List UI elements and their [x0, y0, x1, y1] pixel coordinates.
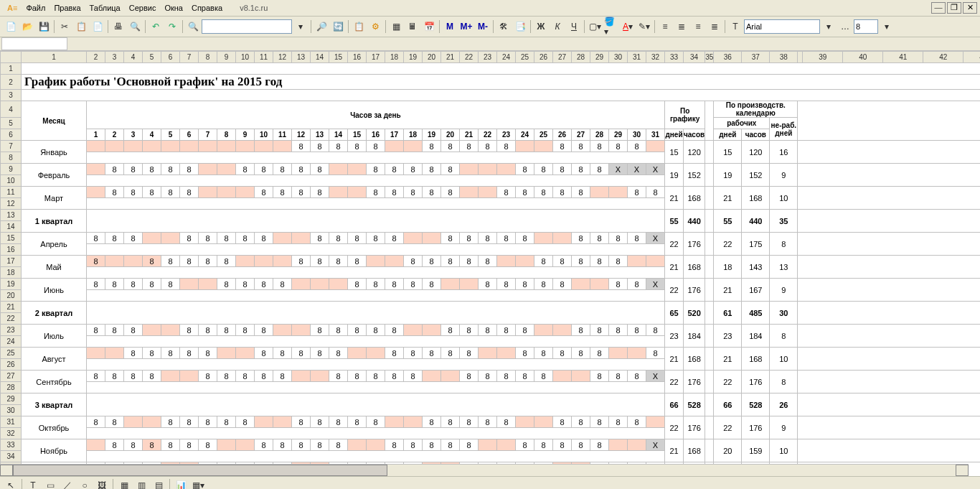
day-cell[interactable]: 8	[292, 348, 311, 359]
day-cell-off[interactable]: 8	[87, 256, 105, 267]
day-cell-off[interactable]	[590, 279, 609, 290]
day-cell[interactable]: 8	[404, 279, 423, 290]
day-cell-off[interactable]	[628, 348, 646, 359]
day-cell[interactable]: 8	[609, 233, 628, 244]
day-cell-na[interactable]: X	[646, 371, 665, 382]
row-header[interactable]: 27	[1, 371, 22, 382]
day-cell[interactable]: 8	[628, 233, 646, 244]
col-header[interactable]: 18	[385, 52, 404, 63]
day-cell[interactable]: 8	[516, 279, 534, 290]
day-cell[interactable]: 8	[441, 233, 460, 244]
day-cell[interactable]: 8	[348, 233, 367, 244]
find-next-icon[interactable]: 🔎	[314, 19, 329, 34]
day-cell[interactable]: 8	[87, 233, 105, 244]
day-cell[interactable]: 8	[423, 279, 441, 290]
day-cell[interactable]: 8	[572, 348, 590, 359]
menu-windows[interactable]: Окна	[160, 4, 187, 12]
copy-icon[interactable]: 📋	[73, 19, 89, 34]
day-cell[interactable]: 8	[124, 439, 143, 451]
day-cell[interactable]: 8	[255, 187, 273, 198]
day-cell[interactable]: 8	[516, 371, 534, 382]
day-cell-off[interactable]	[609, 439, 628, 451]
row-header[interactable]: 10	[1, 175, 22, 187]
day-cell[interactable]: 8	[255, 164, 273, 175]
day-cell[interactable]: 8	[628, 325, 646, 336]
day-cell[interactable]: 8	[311, 141, 329, 152]
day-cell[interactable]: 8	[180, 256, 199, 267]
day-cell[interactable]: 8	[311, 256, 329, 267]
day-cell-off[interactable]	[292, 371, 311, 382]
day-cell-off[interactable]	[460, 187, 479, 198]
day-cell[interactable]: 8	[348, 279, 367, 290]
col-header[interactable]: 24	[497, 52, 516, 63]
day-cell-off[interactable]	[534, 416, 553, 428]
day-cell[interactable]: 8	[124, 279, 143, 290]
maximize-button[interactable]: ❐	[947, 2, 961, 14]
day-cell-off[interactable]	[161, 141, 180, 152]
font-name-input[interactable]	[744, 19, 820, 34]
url-label[interactable]: v8.1c.ru	[235, 4, 272, 12]
day-cell[interactable]: 8	[385, 348, 404, 359]
find-icon[interactable]: 🔍	[185, 19, 201, 34]
day-cell-off[interactable]	[329, 164, 348, 175]
col-header[interactable]: 26	[534, 52, 553, 63]
day-cell[interactable]: 8	[124, 371, 143, 382]
day-cell[interactable]: 8	[348, 371, 367, 382]
minimize-button[interactable]: —	[931, 2, 946, 14]
day-cell-na[interactable]: X	[646, 164, 665, 175]
day-cell-off[interactable]	[105, 141, 124, 152]
row-header[interactable]: 26	[1, 359, 22, 371]
day-cell-off[interactable]	[497, 439, 516, 451]
italic-icon[interactable]: К	[550, 19, 565, 34]
col-header[interactable]: 40	[843, 52, 883, 63]
day-cell[interactable]: 8	[423, 416, 441, 428]
day-cell[interactable]: 8	[105, 439, 124, 451]
col-header[interactable]: 43	[963, 52, 980, 63]
day-cell[interactable]: 8	[479, 416, 497, 428]
day-cell[interactable]: 8	[423, 187, 441, 198]
day-cell-off[interactable]	[143, 416, 161, 428]
day-cell[interactable]: 8	[255, 348, 273, 359]
day-cell[interactable]: 8	[217, 256, 236, 267]
day-cell[interactable]: 8	[180, 325, 199, 336]
day-cell[interactable]: 8	[217, 416, 236, 428]
col-header[interactable]: 5	[143, 52, 161, 63]
day-cell[interactable]: 8	[404, 256, 423, 267]
day-cell[interactable]: 8	[292, 439, 311, 451]
day-cell[interactable]: 8	[423, 439, 441, 451]
underline-icon[interactable]: Ч	[566, 19, 582, 34]
day-cell[interactable]: 8	[236, 279, 255, 290]
clipboard-icon[interactable]: 📋	[351, 19, 367, 34]
day-cell-off[interactable]: 8	[143, 439, 161, 451]
day-cell[interactable]: 8	[516, 164, 534, 175]
day-cell-off[interactable]	[199, 187, 217, 198]
size-dropdown-icon[interactable]: ▾	[879, 19, 895, 34]
bold-icon[interactable]: Ж	[533, 19, 549, 34]
day-cell-off[interactable]	[646, 416, 665, 428]
align-justify-icon[interactable]: ≣	[707, 19, 722, 34]
day-cell[interactable]: 8	[609, 416, 628, 428]
day-cell[interactable]: 8	[311, 164, 329, 175]
col-header[interactable]: 3	[105, 52, 124, 63]
day-cell-off[interactable]	[180, 141, 199, 152]
day-cell[interactable]: 8	[479, 279, 497, 290]
day-cell[interactable]: 8	[441, 141, 460, 152]
col-header[interactable]: 1	[22, 52, 87, 63]
col-header[interactable]: 2	[87, 52, 105, 63]
day-cell[interactable]: 8	[628, 371, 646, 382]
day-cell[interactable]: 8	[460, 325, 479, 336]
col-header[interactable]: 37	[742, 52, 770, 63]
day-cell[interactable]: 8	[199, 233, 217, 244]
day-cell[interactable]: 8	[292, 416, 311, 428]
day-cell[interactable]: 8	[385, 233, 404, 244]
row-header[interactable]: 29	[1, 393, 22, 405]
day-cell-off[interactable]	[646, 256, 665, 267]
day-cell[interactable]: 8	[441, 164, 460, 175]
row-header[interactable]: 33	[1, 439, 22, 451]
day-cell[interactable]: 8	[479, 325, 497, 336]
day-cell-off[interactable]	[572, 371, 590, 382]
font-size-input[interactable]	[854, 19, 878, 34]
day-cell-off[interactable]	[404, 325, 423, 336]
day-cell-off[interactable]	[534, 233, 553, 244]
day-cell[interactable]: 8	[460, 348, 479, 359]
